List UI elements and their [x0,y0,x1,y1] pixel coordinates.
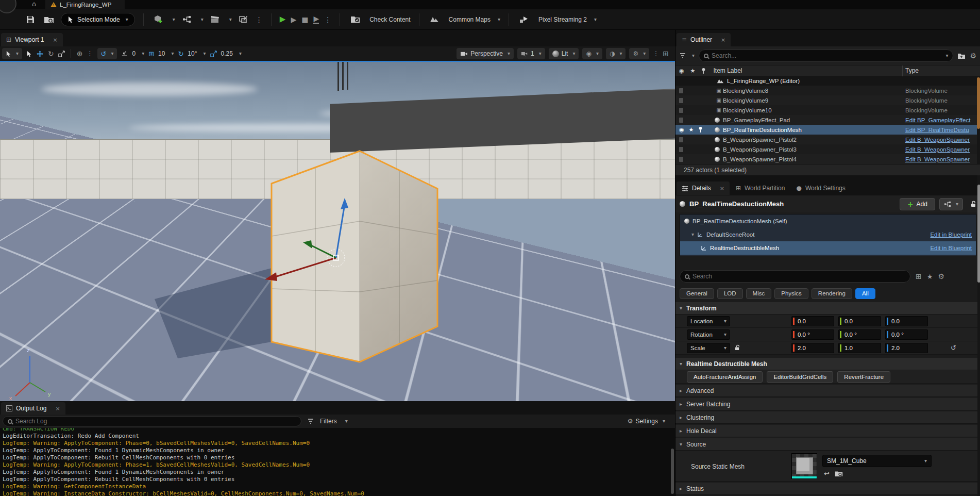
component-row-self[interactable]: BP_RealTimeDestuctionMesh (Self) [680,214,976,228]
location-x-field[interactable]: 0.0 [791,316,834,326]
log-search[interactable] [3,416,301,426]
pixel-streaming-icon[interactable] [517,13,531,26]
edit-blueprint-link[interactable]: Edit B_WeaponSpawner [905,146,976,153]
home-icon[interactable]: ⌂ [32,1,36,7]
item-label-column[interactable]: Item Label [713,67,742,74]
chevron-down-icon[interactable]: ▾ [345,419,348,424]
play-button[interactable]: ▶ [280,15,286,23]
tab-viewport-1[interactable]: ⊞ Viewport 1 × [1,33,63,46]
edit-blueprint-link[interactable]: Edit B_WeaponSpawner [905,156,976,162]
table-row[interactable]: ▣ BlockingVolume10 BlockingVolume [675,105,980,115]
blueprints-icon[interactable] [180,13,194,26]
details-scrollbar-thumb[interactable] [977,185,980,283]
edit-blueprint-link[interactable]: Edit B_WeaponSpawner [905,137,976,143]
chevron-down-icon[interactable]: ▾ [239,51,242,56]
scale-snap-value[interactable]: 0.25 [221,50,233,57]
launch-button[interactable]: ▶ [313,15,319,24]
viewport-3d-scene[interactable]: z x y [0,61,675,401]
table-row-selected[interactable]: ◉ ★ BP_RealTimeDestuctionMesh Edit BP_Re… [675,125,980,135]
scale-tool-icon[interactable] [58,51,65,57]
log-scrollbar[interactable] [671,449,674,494]
chevron-down-icon[interactable]: ▾ [142,51,144,56]
frame-skip-button[interactable]: ▶ [291,16,296,23]
table-row[interactable]: B_WeaponSpawner_Pistol3 Edit B_WeaponSpa… [675,144,980,154]
mesh-select-dropdown[interactable]: SM_1M_Cube ▾ [822,455,932,467]
chevron-down-icon[interactable]: ▾ [204,51,206,56]
chevron-down-icon[interactable]: ▾ [498,17,500,22]
rotation-z-field[interactable]: 0.0 ° [885,329,928,340]
edit-blueprint-link[interactable]: Edit BP_RealTimeDestu [905,127,976,133]
tab-world-partition[interactable]: ⊞ World Partition [731,181,790,195]
scale-dropdown[interactable]: Scale ▾ [687,343,730,353]
outliner-world-row[interactable]: L_FiringRange_WP (Editor) [675,76,980,86]
component-row-scene-root[interactable]: ▾ DefaultSceneRoot Edit in Blueprint [680,228,976,241]
browse-to-asset-icon[interactable] [835,470,843,477]
section-source[interactable]: ▾ Source [675,438,980,451]
table-row[interactable]: B_WeaponSpawner_Pistol2 Edit B_WeaponSpa… [675,135,980,144]
chevron-down-icon[interactable]: ▾ [692,53,695,58]
transform-tool-dropdown[interactable]: ▾ [2,48,22,59]
output-log-body[interactable]: Cmd: TRANSACTION REDO LogEditorTransacti… [0,428,675,496]
chevron-down-icon[interactable]: ▾ [171,51,174,56]
favorite-column-icon[interactable]: ★ [690,68,696,74]
save-icon[interactable] [24,13,37,26]
scale-y-field[interactable]: 1.0 [838,343,881,353]
location-y-field[interactable]: 0.0 [838,316,881,326]
chevron-down-icon[interactable]: ▾ [945,53,948,58]
section-realtime-destructible-mesh[interactable]: ▾ Realtime Destructible Mesh [675,358,980,370]
section-clustering[interactable]: ▸ Clustering [675,411,980,424]
move-tool-icon[interactable] [36,50,44,58]
chip-physics[interactable]: Physics [774,288,808,299]
rotate-tool-icon[interactable]: ↻ [48,50,54,57]
maximize-viewport-icon[interactable]: ⊞ [663,50,669,57]
chevron-down-icon[interactable]: ▾ [594,17,597,22]
section-server-batching[interactable]: ▸ Server Batching [675,398,980,410]
outliner-settings-icon[interactable]: ⚙ [970,52,976,59]
pixel-streaming-label[interactable]: Pixel Streaming 2 [538,16,587,23]
scale-snap-icon[interactable] [210,51,217,57]
table-row[interactable]: BP_GameplayEffect_Pad Edit BP_GameplayEf… [675,115,980,125]
rotation-x-field[interactable]: 0.0 ° [791,329,834,340]
tab-outliner[interactable]: ≡ Outliner × [677,33,731,46]
scale-lock-icon[interactable] [734,344,740,351]
chevron-down-icon[interactable]: ▾ [201,17,204,22]
rotation-dropdown[interactable]: Rotation ▾ [687,329,730,340]
pin-icon[interactable] [698,126,703,133]
view-mode-dropdown[interactable]: Lit ▾ [549,48,579,59]
dots-vertical-icon[interactable]: ⋮ [256,16,263,23]
outliner-search-input[interactable] [712,52,940,59]
close-icon[interactable]: × [53,37,58,43]
editor-build-grid-cells-button[interactable]: EditorBuildGridCells [767,371,833,383]
chip-general[interactable]: General [680,288,714,299]
editor-modes-icon[interactable] [237,13,250,26]
chip-rendering[interactable]: Rendering [812,288,852,299]
location-z-field[interactable]: 0.0 [885,316,928,326]
show-flags-dropdown[interactable]: ◉ ▾ [582,48,602,59]
stop-button[interactable]: ■ [301,16,308,23]
chevron-down-icon[interactable]: ▾ [691,232,694,237]
type-column[interactable]: Type [905,67,919,74]
chevron-down-icon[interactable]: ▾ [229,17,232,22]
edit-blueprint-link[interactable]: Edit BP_GameplayEffect [905,117,976,123]
auto-fracture-button[interactable]: AutoFractureAndAssign [687,371,763,383]
selection-mode-dropdown[interactable]: Selection Mode ▾ [61,13,135,26]
component-view-dropdown[interactable]: ▾ [939,198,963,210]
new-folder-icon[interactable] [957,53,966,59]
log-settings-dropdown[interactable]: ⚙ Settings ▾ [628,418,672,425]
scale-x-field[interactable]: 2.0 [791,343,834,353]
column-divider[interactable] [902,65,903,77]
close-icon[interactable]: × [721,37,725,43]
chevron-down-icon[interactable]: ▾ [173,17,175,22]
details-search-input[interactable] [692,273,905,280]
display-options-icon[interactable]: ⊞ [916,273,922,280]
scale-z-field[interactable]: 2.0 [885,343,928,353]
table-row[interactable]: B_WeaponSpawner_Pistol4 Edit B_WeaponSpa… [675,154,980,164]
chip-all[interactable]: All [855,288,875,299]
tab-output-log[interactable]: Output Log × [1,402,65,415]
visibility-column-icon[interactable]: ◉ [679,68,684,74]
section-advanced[interactable]: ▸ Advanced [675,385,980,397]
table-row[interactable]: ▣ BlockingVolume8 BlockingVolume [675,86,980,95]
viewport-settings-dropdown[interactable]: ⚙ ▾ [629,48,649,59]
table-row[interactable]: ▣ BlockingVolume9 BlockingVolume [675,95,980,105]
details-search[interactable] [680,270,910,283]
